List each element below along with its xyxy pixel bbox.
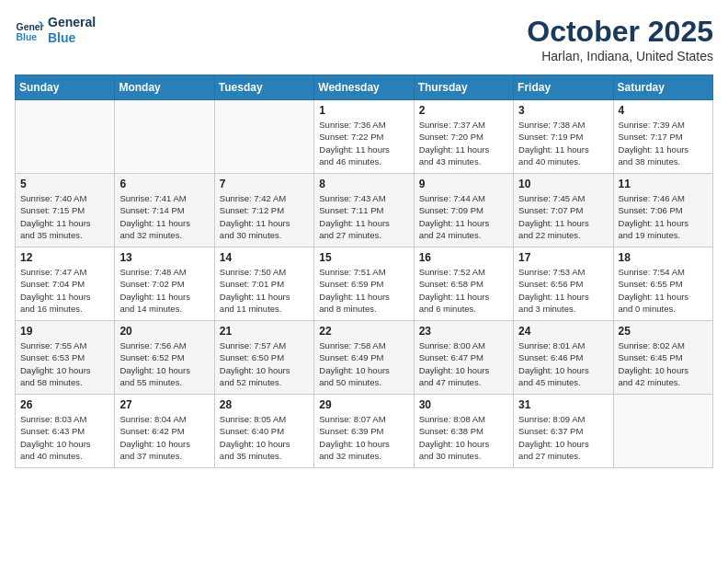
header-cell-wednesday: Wednesday (314, 75, 414, 100)
day-info: Sunrise: 7:42 AM Sunset: 7:12 PM Dayligh… (220, 192, 309, 241)
day-info: Sunrise: 7:40 AM Sunset: 7:15 PM Dayligh… (20, 192, 109, 241)
day-info: Sunrise: 7:48 AM Sunset: 7:02 PM Dayligh… (119, 266, 209, 315)
day-number: 1 (319, 104, 408, 117)
day-cell: 29Sunrise: 8:07 AM Sunset: 6:39 PM Dayli… (314, 395, 414, 468)
day-number: 3 (518, 104, 608, 117)
day-info: Sunrise: 7:52 AM Sunset: 6:58 PM Dayligh… (419, 266, 508, 315)
day-info: Sunrise: 8:07 AM Sunset: 6:39 PM Dayligh… (319, 413, 408, 462)
day-number: 30 (419, 398, 508, 411)
day-number: 8 (319, 178, 408, 190)
day-info: Sunrise: 7:37 AM Sunset: 7:20 PM Dayligh… (419, 119, 508, 167)
day-info: Sunrise: 8:03 AM Sunset: 6:43 PM Dayligh… (20, 413, 109, 462)
day-info: Sunrise: 7:58 AM Sunset: 6:49 PM Dayligh… (319, 339, 408, 388)
day-info: Sunrise: 8:05 AM Sunset: 6:40 PM Dayligh… (220, 413, 309, 462)
day-info: Sunrise: 7:47 AM Sunset: 7:04 PM Dayligh… (20, 266, 109, 315)
day-number: 5 (20, 178, 109, 190)
day-cell: 11Sunrise: 7:46 AM Sunset: 7:06 PM Dayli… (613, 174, 712, 247)
day-info: Sunrise: 7:46 AM Sunset: 7:06 PM Dayligh… (619, 192, 708, 241)
day-number: 27 (119, 398, 209, 411)
day-cell: 10Sunrise: 7:45 AM Sunset: 7:07 PM Dayli… (514, 174, 613, 247)
day-cell: 1Sunrise: 7:36 AM Sunset: 7:22 PM Daylig… (314, 100, 414, 174)
day-info: Sunrise: 7:55 AM Sunset: 6:53 PM Dayligh… (20, 339, 109, 388)
day-cell: 14Sunrise: 7:50 AM Sunset: 7:01 PM Dayli… (214, 247, 313, 321)
location: Harlan, Indiana, United States (527, 49, 713, 63)
svg-text:General: General (17, 22, 44, 32)
day-cell (16, 100, 115, 174)
day-cell: 13Sunrise: 7:48 AM Sunset: 7:02 PM Dayli… (115, 247, 214, 321)
day-cell: 4Sunrise: 7:39 AM Sunset: 7:17 PM Daylig… (613, 100, 712, 174)
day-cell: 20Sunrise: 7:56 AM Sunset: 6:52 PM Dayli… (115, 321, 214, 395)
day-info: Sunrise: 7:56 AM Sunset: 6:52 PM Dayligh… (119, 339, 209, 388)
day-cell: 2Sunrise: 7:37 AM Sunset: 7:20 PM Daylig… (414, 100, 513, 174)
day-number: 21 (220, 325, 309, 338)
day-info: Sunrise: 7:54 AM Sunset: 6:55 PM Dayligh… (619, 266, 708, 315)
day-cell: 6Sunrise: 7:41 AM Sunset: 7:14 PM Daylig… (115, 174, 214, 247)
day-cell: 18Sunrise: 7:54 AM Sunset: 6:55 PM Dayli… (613, 247, 712, 321)
page-header: General Blue General Blue October 2025 H… (15, 15, 713, 63)
day-info: Sunrise: 8:00 AM Sunset: 6:47 PM Dayligh… (419, 339, 508, 388)
calendar-body: 1Sunrise: 7:36 AM Sunset: 7:22 PM Daylig… (16, 100, 713, 468)
day-number: 20 (119, 325, 209, 338)
week-row-4: 19Sunrise: 7:55 AM Sunset: 6:53 PM Dayli… (16, 321, 713, 395)
day-cell: 9Sunrise: 7:44 AM Sunset: 7:09 PM Daylig… (414, 174, 513, 247)
day-cell: 24Sunrise: 8:01 AM Sunset: 6:46 PM Dayli… (514, 321, 613, 395)
day-number: 18 (619, 251, 708, 264)
day-info: Sunrise: 7:38 AM Sunset: 7:19 PM Dayligh… (518, 119, 608, 167)
day-number: 26 (20, 398, 109, 411)
week-row-1: 1Sunrise: 7:36 AM Sunset: 7:22 PM Daylig… (16, 100, 713, 174)
day-cell: 17Sunrise: 7:53 AM Sunset: 6:56 PM Dayli… (514, 247, 613, 321)
logo-general: General (48, 15, 96, 30)
day-info: Sunrise: 7:53 AM Sunset: 6:56 PM Dayligh… (518, 266, 608, 315)
week-row-2: 5Sunrise: 7:40 AM Sunset: 7:15 PM Daylig… (16, 174, 713, 247)
header-cell-tuesday: Tuesday (214, 75, 313, 100)
day-cell: 12Sunrise: 7:47 AM Sunset: 7:04 PM Dayli… (16, 247, 115, 321)
day-number: 24 (518, 325, 608, 338)
day-info: Sunrise: 8:01 AM Sunset: 6:46 PM Dayligh… (518, 339, 608, 388)
week-row-5: 26Sunrise: 8:03 AM Sunset: 6:43 PM Dayli… (16, 395, 713, 468)
day-number: 25 (619, 325, 708, 338)
day-number: 11 (619, 178, 708, 190)
day-cell: 19Sunrise: 7:55 AM Sunset: 6:53 PM Dayli… (16, 321, 115, 395)
logo-icon: General Blue (15, 16, 44, 45)
day-info: Sunrise: 7:41 AM Sunset: 7:14 PM Dayligh… (119, 192, 209, 241)
day-number: 17 (518, 251, 608, 264)
day-number: 14 (220, 251, 309, 264)
day-number: 6 (119, 178, 209, 190)
day-cell: 23Sunrise: 8:00 AM Sunset: 6:47 PM Dayli… (414, 321, 513, 395)
day-cell: 31Sunrise: 8:09 AM Sunset: 6:37 PM Dayli… (514, 395, 613, 468)
day-info: Sunrise: 8:04 AM Sunset: 6:42 PM Dayligh… (119, 413, 209, 462)
title-block: October 2025 Harlan, Indiana, United Sta… (527, 15, 713, 63)
day-number: 9 (419, 178, 508, 190)
day-cell: 7Sunrise: 7:42 AM Sunset: 7:12 PM Daylig… (214, 174, 313, 247)
day-cell: 3Sunrise: 7:38 AM Sunset: 7:19 PM Daylig… (514, 100, 613, 174)
header-cell-thursday: Thursday (414, 75, 513, 100)
header-cell-friday: Friday (514, 75, 613, 100)
day-cell: 30Sunrise: 8:08 AM Sunset: 6:38 PM Dayli… (414, 395, 513, 468)
day-info: Sunrise: 7:44 AM Sunset: 7:09 PM Dayligh… (419, 192, 508, 241)
day-number: 13 (119, 251, 209, 264)
day-cell: 25Sunrise: 8:02 AM Sunset: 6:45 PM Dayli… (613, 321, 712, 395)
day-cell (214, 100, 313, 174)
day-cell: 8Sunrise: 7:43 AM Sunset: 7:11 PM Daylig… (314, 174, 414, 247)
day-number: 23 (419, 325, 508, 338)
day-info: Sunrise: 8:08 AM Sunset: 6:38 PM Dayligh… (419, 413, 508, 462)
day-cell: 15Sunrise: 7:51 AM Sunset: 6:59 PM Dayli… (314, 247, 414, 321)
day-cell (613, 395, 712, 468)
day-info: Sunrise: 7:45 AM Sunset: 7:07 PM Dayligh… (518, 192, 608, 241)
day-cell: 28Sunrise: 8:05 AM Sunset: 6:40 PM Dayli… (214, 395, 313, 468)
day-info: Sunrise: 7:36 AM Sunset: 7:22 PM Dayligh… (319, 119, 408, 167)
day-number: 12 (20, 251, 109, 264)
day-number: 7 (220, 178, 309, 190)
day-info: Sunrise: 7:43 AM Sunset: 7:11 PM Dayligh… (319, 192, 408, 241)
day-number: 28 (220, 398, 309, 411)
week-row-3: 12Sunrise: 7:47 AM Sunset: 7:04 PM Dayli… (16, 247, 713, 321)
day-info: Sunrise: 7:39 AM Sunset: 7:17 PM Dayligh… (619, 119, 708, 167)
header-cell-saturday: Saturday (613, 75, 712, 100)
svg-text:Blue: Blue (17, 32, 38, 42)
day-info: Sunrise: 8:02 AM Sunset: 6:45 PM Dayligh… (619, 339, 708, 388)
day-info: Sunrise: 7:50 AM Sunset: 7:01 PM Dayligh… (220, 266, 309, 315)
calendar-header: SundayMondayTuesdayWednesdayThursdayFrid… (16, 75, 713, 100)
day-cell: 5Sunrise: 7:40 AM Sunset: 7:15 PM Daylig… (16, 174, 115, 247)
day-cell: 27Sunrise: 8:04 AM Sunset: 6:42 PM Dayli… (115, 395, 214, 468)
day-number: 22 (319, 325, 408, 338)
